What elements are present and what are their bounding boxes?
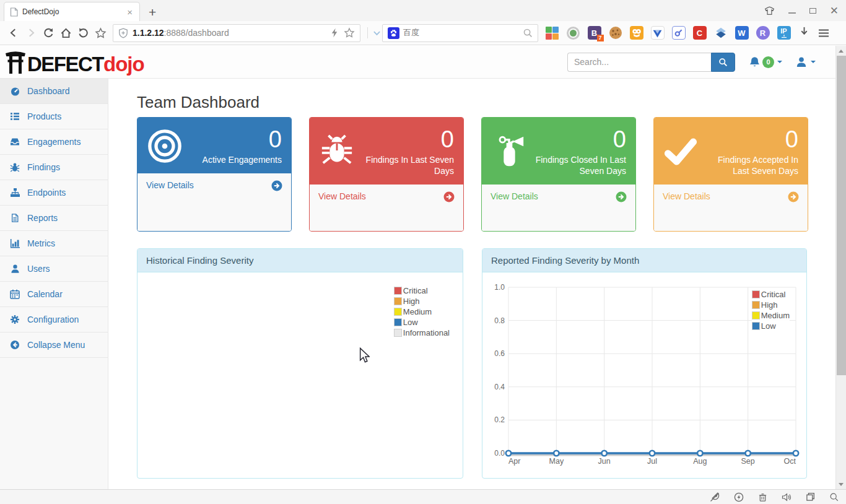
view-details-link[interactable]: View Details xyxy=(137,173,291,231)
stat-value: 0 xyxy=(357,127,454,152)
bullseye-icon xyxy=(147,128,185,164)
x-axis-label: Jun xyxy=(598,457,611,466)
app-search-button[interactable] xyxy=(711,53,735,72)
stat-value: 0 xyxy=(530,127,626,152)
view-details-link[interactable]: View Details xyxy=(654,185,808,231)
w-icon[interactable]: W xyxy=(734,25,749,41)
forward-button[interactable] xyxy=(22,24,40,41)
bug-icon xyxy=(319,134,357,169)
lightning-icon[interactable] xyxy=(331,28,338,38)
r-icon[interactable]: R xyxy=(755,25,770,41)
legend-label: Informational xyxy=(403,328,450,337)
baidu-search-box[interactable]: 百度 xyxy=(382,24,538,42)
apps-grid-icon[interactable] xyxy=(544,25,560,41)
notification-count-badge: 0 xyxy=(762,56,774,68)
flash-icon[interactable] xyxy=(734,492,744,502)
defectdojo-logo[interactable]: DEFECTdojo xyxy=(5,49,144,75)
legend-swatch xyxy=(752,290,760,298)
boost-rocket-icon[interactable] xyxy=(710,492,720,502)
stat-value: 0 xyxy=(185,127,282,152)
sidebar-item-calendar[interactable]: Calendar xyxy=(0,282,108,307)
home-button[interactable] xyxy=(57,24,74,41)
ip-icon[interactable]: IP xyxy=(776,25,791,41)
sidebar-item-reports[interactable]: Reports xyxy=(0,206,108,231)
sidebar-item-endpoints[interactable]: Endpoints xyxy=(0,180,108,206)
back-button[interactable] xyxy=(5,24,22,41)
switchy-icon[interactable] xyxy=(671,25,686,41)
minimize-button[interactable] xyxy=(788,7,796,15)
data-point-marker xyxy=(650,451,655,456)
legend-label: Low xyxy=(761,321,776,331)
bookmark-star-icon[interactable] xyxy=(344,27,355,38)
y-axis-label: 0.4 xyxy=(494,383,505,391)
scroll-up-arrow[interactable] xyxy=(836,46,846,56)
skin-icon[interactable] xyxy=(764,6,775,15)
reload-button[interactable] xyxy=(40,24,57,41)
logo-text-defect: DEFECT xyxy=(27,54,103,75)
zoom-icon[interactable] xyxy=(829,492,839,502)
close-button[interactable]: ✕ xyxy=(830,4,839,17)
legend-swatch xyxy=(394,329,402,337)
url-host: 1.1.2.12 xyxy=(133,28,164,38)
scroll-down-arrow[interactable] xyxy=(836,479,846,489)
green-dot-icon[interactable] xyxy=(565,25,581,41)
user-icon xyxy=(9,264,20,274)
sidebar-item-configuration[interactable]: Configuration xyxy=(0,307,108,332)
file-text-icon xyxy=(9,213,20,223)
baidu-placeholder: 百度 xyxy=(403,27,523,38)
maximize-button[interactable] xyxy=(809,8,816,14)
sidebar-item-dashboard[interactable]: Dashboard xyxy=(0,79,108,104)
browser-tab-bar: DefectDojo × + ✕ xyxy=(0,0,846,21)
arrow-down-blue-icon[interactable] xyxy=(713,25,728,41)
app-search-input[interactable] xyxy=(567,53,711,72)
owl-icon[interactable] xyxy=(629,25,644,41)
trash-icon[interactable] xyxy=(758,492,767,502)
search-magnifier-icon[interactable] xyxy=(523,28,533,38)
chart-legend: CriticalHighMediumLow xyxy=(752,289,790,331)
sidebar-item-engagements[interactable]: Engagements xyxy=(0,129,108,155)
b7-icon[interactable]: B7 xyxy=(587,25,602,41)
notifications-menu[interactable]: 0 xyxy=(749,56,782,68)
speaker-icon[interactable] xyxy=(782,492,791,502)
historical-severity-panel: Historical Finding Severity CriticalHigh… xyxy=(137,248,463,479)
downloads-icon[interactable] xyxy=(799,26,809,40)
legend-swatch xyxy=(394,318,402,326)
user-menu[interactable] xyxy=(796,56,816,67)
new-tab-button[interactable]: + xyxy=(149,6,156,19)
vertical-scrollbar[interactable] xyxy=(835,46,846,489)
legend-label: High xyxy=(761,300,778,310)
sidebar-item-findings[interactable]: Findings xyxy=(0,155,108,180)
sidebar-item-collapse-menu[interactable]: Collapse Menu xyxy=(0,332,108,358)
browser-tab[interactable]: DefectDojo × xyxy=(4,2,140,21)
windows-restore-icon[interactable] xyxy=(806,492,815,502)
c-icon[interactable]: C xyxy=(692,25,707,41)
sidebar-item-products[interactable]: Products xyxy=(0,104,108,129)
tab-close-icon[interactable]: × xyxy=(126,7,134,17)
panel-title: Reported Finding Severity by Month xyxy=(482,249,806,272)
calendar-icon xyxy=(9,289,20,299)
legend-item: Critical xyxy=(394,285,450,296)
arrow-circle-right-icon xyxy=(443,191,455,202)
inbox-icon xyxy=(9,137,20,147)
sidebar-item-users[interactable]: Users xyxy=(0,256,108,282)
stat-card-header: 0 Findings Accepted In Last Seven Days xyxy=(654,118,808,185)
chevron-down-icon[interactable] xyxy=(371,24,382,41)
view-details-link[interactable]: View Details xyxy=(482,185,635,231)
data-point-marker xyxy=(793,451,798,456)
favorites-star-icon[interactable] xyxy=(92,24,109,41)
torii-gate-icon xyxy=(5,49,26,75)
restore-page-button[interactable] xyxy=(74,24,92,41)
cookie-icon[interactable] xyxy=(608,25,623,41)
scrollbar-track[interactable] xyxy=(836,56,846,479)
sidebar-menu: DashboardProductsEngagementsFindingsEndp… xyxy=(0,79,108,489)
menu-icon[interactable] xyxy=(818,28,829,38)
legend-label: Critical xyxy=(403,286,428,295)
sidebar-item-metrics[interactable]: Metrics xyxy=(0,231,108,256)
address-bar[interactable]: 1.1.2.12:8888/dashboard xyxy=(113,24,360,42)
gem-v-icon[interactable] xyxy=(650,25,665,41)
scrollbar-thumb[interactable] xyxy=(837,56,846,375)
view-details-link[interactable]: View Details xyxy=(310,185,463,231)
view-details-label: View Details xyxy=(318,191,366,201)
legend-item: Critical xyxy=(752,289,790,300)
url-path: :8888/dashboard xyxy=(164,28,229,38)
